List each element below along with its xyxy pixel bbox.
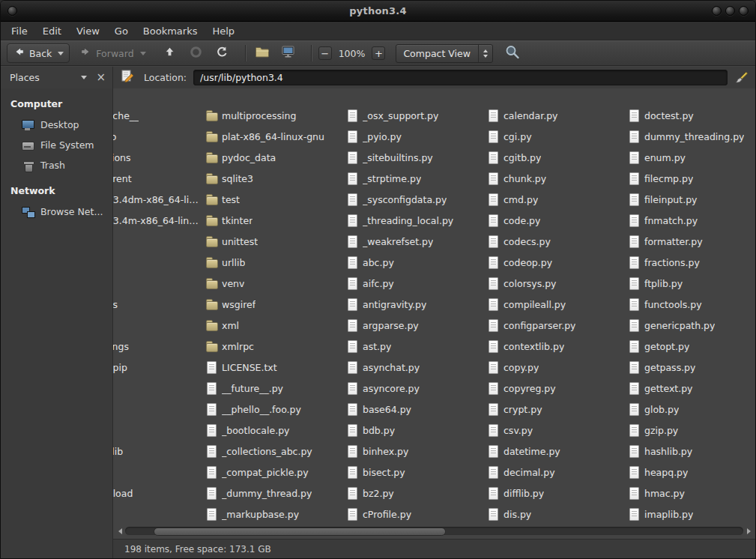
places-item-trash[interactable]: Trash: [1, 155, 112, 175]
file-item[interactable]: fractions.py: [628, 252, 755, 273]
file-item[interactable]: enum.py: [628, 147, 755, 168]
folder-item[interactable]: idlelib: [113, 420, 204, 441]
folder-item[interactable]: urllib: [205, 252, 345, 273]
edit-location-button[interactable]: [120, 69, 136, 87]
file-item[interactable]: cmd.py: [487, 189, 626, 210]
file-item[interactable]: glob.py: [628, 399, 755, 420]
folder-item[interactable]: xmlrpc: [205, 336, 345, 357]
file-item[interactable]: _sitebuiltins.py: [346, 147, 486, 168]
up-button[interactable]: [160, 43, 180, 63]
file-item[interactable]: difflib.py: [487, 483, 626, 504]
file-item[interactable]: datetime.py: [487, 441, 626, 462]
file-item[interactable]: csv.py: [487, 420, 626, 441]
file-item[interactable]: calendar.py: [487, 105, 626, 126]
folder-item[interactable]: config-3.4dm-x86_64-linux-gnu: [113, 189, 204, 210]
places-item-desktop[interactable]: Desktop: [1, 115, 112, 135]
menu-item-view[interactable]: View: [69, 22, 107, 40]
folder-item[interactable]: test: [205, 189, 345, 210]
file-item[interactable]: code.py: [487, 210, 626, 231]
file-item[interactable]: _strptime.py: [346, 168, 486, 189]
view-mode-spinner-icon[interactable]: [478, 45, 492, 62]
location-input[interactable]: [193, 70, 728, 85]
file-item[interactable]: copyreg.py: [487, 378, 626, 399]
file-item[interactable]: getopt.py: [628, 336, 755, 357]
places-item-filesystem[interactable]: File System: [1, 135, 112, 155]
file-item[interactable]: codecs.py: [487, 231, 626, 252]
file-item[interactable]: _compat_pickle.py: [205, 462, 345, 483]
file-item[interactable]: _threading_local.py: [346, 210, 486, 231]
folder-item[interactable]: email: [113, 315, 204, 336]
file-item[interactable]: LICENSE.txt: [205, 357, 345, 378]
file-item[interactable]: _markupbase.py: [205, 504, 345, 525]
folder-item[interactable]: lib2to3: [113, 504, 204, 525]
view-mode-select[interactable]: Compact View: [396, 44, 493, 63]
file-item[interactable]: ftplib.py: [628, 273, 755, 294]
file-item[interactable]: colorsys.py: [487, 273, 626, 294]
file-item[interactable]: crypt.py: [487, 399, 626, 420]
folder-item[interactable]: plat-x86_64-linux-gnu: [205, 126, 345, 147]
file-item[interactable]: antigravity.py: [346, 294, 486, 315]
close-button[interactable]: [739, 6, 749, 16]
places-dropdown-icon[interactable]: [81, 76, 87, 79]
folder-item[interactable]: collections: [113, 147, 204, 168]
folder-item[interactable]: ctypes: [113, 231, 204, 252]
file-item[interactable]: _osx_support.py: [346, 105, 486, 126]
menu-item-go[interactable]: Go: [107, 22, 136, 40]
file-item[interactable]: configparser.py: [487, 315, 626, 336]
file-item[interactable]: fileinput.py: [628, 189, 755, 210]
file-item[interactable]: decimal.py: [487, 462, 626, 483]
scroll-right-button[interactable]: [745, 528, 752, 535]
file-item[interactable]: argparse.py: [346, 315, 486, 336]
file-item[interactable]: aifc.py: [346, 273, 486, 294]
folder-item[interactable]: dbm: [113, 273, 204, 294]
horizontal-scrollbar[interactable]: [116, 526, 752, 536]
file-item[interactable]: _bootlocale.py: [205, 420, 345, 441]
clear-brush-icon[interactable]: [734, 70, 749, 85]
maximize-button[interactable]: [725, 6, 735, 16]
desktop-view-button[interactable]: [279, 43, 298, 63]
folder-item[interactable]: importlib: [113, 441, 204, 462]
file-item[interactable]: filecmp.py: [628, 168, 755, 189]
file-item[interactable]: chunk.py: [487, 168, 626, 189]
file-item[interactable]: _pyio.py: [346, 126, 486, 147]
back-button[interactable]: Back: [7, 43, 70, 63]
menu-item-edit[interactable]: Edit: [35, 22, 69, 40]
folder-item[interactable]: wsgiref: [205, 294, 345, 315]
file-item[interactable]: ast.py: [346, 336, 486, 357]
minimize-button[interactable]: [712, 6, 722, 16]
forward-button[interactable]: Forward: [74, 43, 151, 63]
folder-item[interactable]: json: [113, 462, 204, 483]
file-item[interactable]: bdb.py: [346, 420, 486, 441]
file-item[interactable]: binhex.py: [346, 441, 486, 462]
file-item[interactable]: bisect.py: [346, 462, 486, 483]
file-item[interactable]: heapq.py: [628, 462, 755, 483]
folder-item[interactable]: unittest: [205, 231, 345, 252]
file-item[interactable]: bz2.py: [346, 483, 486, 504]
reload-button[interactable]: [213, 43, 232, 63]
folder-item[interactable]: sqlite3: [205, 168, 345, 189]
scroll-left-button[interactable]: [116, 528, 124, 535]
file-item[interactable]: hashlib.py: [628, 441, 755, 462]
scrollbar-thumb[interactable]: [154, 528, 446, 536]
folder-item[interactable]: asyncio: [113, 126, 204, 147]
file-item[interactable]: dummy_threading.py: [628, 126, 755, 147]
places-close-icon[interactable]: ×: [96, 72, 106, 83]
folder-item[interactable]: config-3.4m-x86_64-linux-gnu: [113, 210, 204, 231]
file-item[interactable]: copy.py: [487, 357, 626, 378]
folder-item[interactable]: curses: [113, 252, 204, 273]
folder-item[interactable]: concurrent: [113, 168, 204, 189]
file-item[interactable]: cgitb.py: [487, 147, 626, 168]
folder-item[interactable]: encodings: [113, 336, 204, 357]
file-item[interactable]: doctest.py: [628, 105, 755, 126]
file-item[interactable]: gzip.py: [628, 420, 755, 441]
file-item[interactable]: _dummy_thread.py: [205, 483, 345, 504]
file-item[interactable]: hmac.py: [628, 483, 755, 504]
file-item[interactable]: abc.py: [346, 252, 486, 273]
file-item[interactable]: fnmatch.py: [628, 210, 755, 231]
file-item[interactable]: getpass.py: [628, 357, 755, 378]
new-folder-button[interactable]: [252, 43, 272, 63]
window-menu-button[interactable]: [7, 6, 17, 16]
menu-item-help[interactable]: Help: [205, 22, 242, 40]
places-item-network[interactable]: Browse Net...: [1, 202, 112, 222]
file-item[interactable]: asyncore.py: [346, 378, 486, 399]
